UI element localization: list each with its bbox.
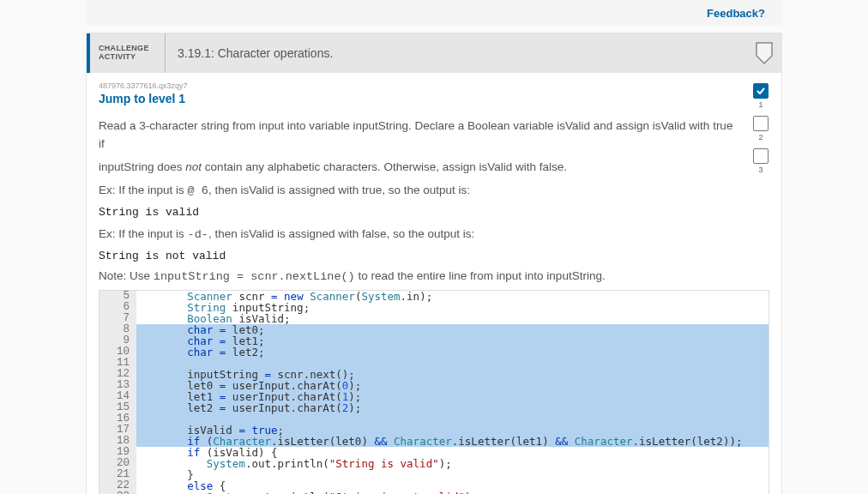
example-text: Ex: If the input is (99, 227, 188, 240)
example-text: , then isValid is assigned with false, s… (208, 227, 474, 240)
completion-shield (747, 33, 781, 73)
level-num-2: 2 (758, 133, 763, 142)
example-text: Ex: If the input is (99, 184, 188, 196)
level-progress-column: 1 2 3 (750, 83, 771, 179)
level-num-1: 1 (758, 100, 763, 109)
code-editor[interactable]: 567891011121314151617181920212223 Scanne… (99, 290, 769, 494)
example-code: @ 6 (188, 184, 208, 197)
level-box-2[interactable] (753, 116, 769, 131)
jump-to-level-link[interactable]: Jump to level 1 (99, 92, 185, 105)
note-text: to read the entire line from input into … (355, 269, 606, 282)
prompt-text: contain any alphabetic characters. Other… (202, 160, 567, 173)
activity-type-badge: CHALLENGE ACTIVITY (90, 33, 166, 73)
example-code: -d- (188, 228, 208, 241)
badge-line-2: ACTIVITY (99, 53, 165, 62)
activity-container: CHALLENGE ACTIVITY 3.19.1: Character ope… (86, 33, 782, 494)
feedback-bar: Feedback? (86, 0, 782, 26)
prompt-line-2: inputString does not contain any alphabe… (99, 159, 769, 177)
prompt-line-1: Read a 3-character string from input int… (99, 117, 769, 154)
line-gutter: 567891011121314151617181920212223 (99, 291, 136, 494)
prompt-text: inputString does (99, 160, 185, 173)
check-icon (756, 86, 766, 96)
note-code: inputString = scnr.nextLine() (154, 270, 355, 283)
example-1-line: Ex: If the input is @ 6, then isValid is… (99, 182, 769, 201)
example-2-output: String is not valid (99, 250, 769, 262)
code-content[interactable]: Scanner scnr = new Scanner(System.in); S… (136, 291, 769, 494)
note-text: Note: Use (99, 269, 154, 282)
feedback-link[interactable]: Feedback? (707, 7, 765, 20)
code-scroll-area[interactable]: 567891011121314151617181920212223 Scanne… (99, 291, 769, 494)
example-text: , then isValid is assigned with true, so… (208, 184, 470, 196)
activity-body: 487976.3377616.qx3zqy7 Jump to level 1 1… (87, 73, 781, 494)
prompt-emphasis: not (185, 160, 202, 173)
content-hash: 487976.3377616.qx3zqy7 (99, 81, 769, 90)
activity-title: 3.19.1: Character operations. (166, 33, 747, 73)
level-box-1[interactable] (753, 83, 769, 99)
shield-icon (756, 42, 773, 64)
level-box-3[interactable] (753, 148, 769, 164)
example-1-output: String is valid (99, 206, 769, 219)
level-num-3: 3 (758, 166, 763, 174)
activity-header: CHALLENGE ACTIVITY 3.19.1: Character ope… (87, 33, 781, 73)
example-2-line: Ex: If the input is -d-, then isValid is… (99, 226, 769, 244)
note-line: Note: Use inputString = scnr.nextLine() … (99, 269, 769, 283)
